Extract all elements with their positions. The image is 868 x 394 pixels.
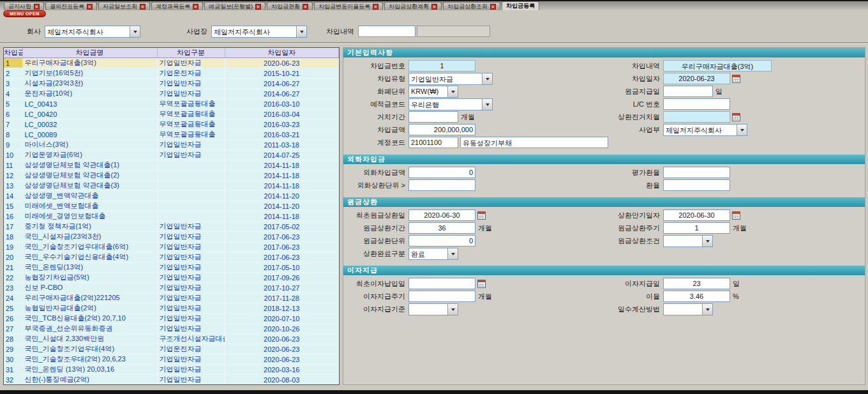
grid-row[interactable]: 2기업기보(16억5천)기업운전자금2015-10-21 bbox=[4, 68, 339, 79]
loan-no-field[interactable]: 1 bbox=[408, 60, 475, 72]
loan-amount-field[interactable]: 200,000,000 bbox=[408, 124, 475, 135]
chevron-down-icon[interactable] bbox=[737, 125, 747, 135]
deposit-code-select[interactable]: 우리은행 bbox=[408, 98, 493, 110]
chevron-down-icon[interactable] bbox=[702, 304, 712, 315]
tab-close-icon[interactable] bbox=[87, 4, 93, 10]
loan-desc-field[interactable]: 우리구매자금대출(3억) bbox=[663, 60, 772, 72]
grid-row[interactable]: 24우리구매자금대출(2억)221205기업일반자금2017-11-28 bbox=[4, 293, 339, 303]
loan-detail-input[interactable] bbox=[358, 26, 415, 37]
lc-number-field[interactable] bbox=[663, 98, 730, 110]
fx-amount-field[interactable]: 0 bbox=[408, 167, 475, 178]
tab-item[interactable]: 공지사항 bbox=[4, 2, 44, 10]
tab-close-icon[interactable] bbox=[193, 4, 198, 10]
chevron-down-icon[interactable] bbox=[482, 99, 492, 110]
col-header-loan-name[interactable]: 차입금명 bbox=[22, 48, 157, 58]
division-select[interactable]: 제일저지주식회사 bbox=[663, 124, 747, 136]
grid-row[interactable]: 25농협일반자금대출(2억)기업일반자금2018-12-13 bbox=[4, 303, 339, 314]
grid-row[interactable]: 13삼성생명단체보험 약관대출(3)2014-11-18 bbox=[4, 181, 339, 191]
exchange-rate-field[interactable] bbox=[663, 179, 730, 191]
currency-select[interactable]: KRW(₩) bbox=[408, 86, 458, 98]
grid-row[interactable]: 33농협USANCE무역포괄금융대출2020-01-01 bbox=[4, 385, 339, 386]
tab-close-icon[interactable] bbox=[303, 4, 308, 10]
grace-period-field[interactable] bbox=[408, 111, 458, 123]
principal-repay-period-field[interactable]: 36 bbox=[408, 222, 475, 234]
grid-row[interactable]: 31국민_온렌딩 (13억) 20,03,16기업일반자금2020-03-16 bbox=[4, 365, 339, 375]
calendar-icon[interactable] bbox=[477, 280, 486, 288]
tab-active[interactable]: 차입금등록 bbox=[502, 1, 539, 10]
grid-row[interactable]: 27부국증권_선순위유동화증권기업일반자금2020-10-26 bbox=[4, 324, 339, 334]
tab-close-icon[interactable] bbox=[140, 4, 146, 10]
grid-row[interactable]: 18국민_시설자금(23억3천)기업일반자금2017-06-23 bbox=[4, 232, 339, 242]
tab-close-icon[interactable] bbox=[431, 4, 437, 10]
interest-pay-day-field[interactable]: 23 bbox=[663, 278, 730, 289]
grid-row[interactable]: 26국민_TCB신용대출(2억) 20,7,10기업일반자금2020-07-10 bbox=[4, 314, 339, 324]
principal-repay-condition-select[interactable] bbox=[663, 235, 713, 247]
grid-row[interactable]: 11삼성생명단체보험 약관대출(1)2014-11-18 bbox=[4, 160, 339, 170]
first-interest-pay-date-field[interactable] bbox=[408, 278, 475, 289]
tab-close-icon[interactable] bbox=[490, 4, 496, 10]
grid-row[interactable]: 8LC_00089무역포괄금융대출2016-03-21 bbox=[4, 130, 339, 140]
grid-row[interactable]: 14삼성생명_변액약관대출2014-11-20 bbox=[4, 191, 339, 201]
calendar-icon[interactable] bbox=[732, 75, 740, 83]
grid-row[interactable]: 30국민_기술창조우대(2억) 20,6,23기업일반자금2020-06-23 bbox=[4, 354, 339, 365]
account-name-field[interactable]: 유동성장기부채 bbox=[460, 137, 608, 148]
tab-close-icon[interactable] bbox=[255, 4, 261, 10]
grid-row[interactable]: 3시설자금(23억3천)기업일반자금2014-06-27 bbox=[4, 79, 339, 89]
company-select[interactable]: 제일저지주식회사 bbox=[45, 26, 140, 38]
grid-row[interactable]: 5LC_00413무역포괄금융대출2016-03-10 bbox=[4, 99, 339, 109]
grid-row[interactable]: 20국민_우수기술기업신용대출(4억)기업일반자금2017-06-23 bbox=[4, 252, 339, 262]
pre-repay-month-field[interactable] bbox=[663, 111, 730, 123]
chevron-down-icon[interactable] bbox=[296, 26, 306, 37]
grid-row[interactable]: 21국민_온렌딩(13억)기업일반자금2017-05-10 bbox=[4, 262, 339, 273]
tab-item[interactable]: 차입금변동이율등록 bbox=[314, 2, 383, 10]
col-header-loan-code[interactable]: 차입금코드 bbox=[4, 48, 22, 58]
chevron-down-icon[interactable] bbox=[447, 248, 458, 259]
grid-row[interactable]: 29국민_기술창조기업우대(4억)기업운전자금2020-06-23 bbox=[4, 344, 339, 354]
menu-open-button[interactable]: MENU OPEN bbox=[3, 10, 46, 17]
eval-rate-field[interactable] bbox=[663, 167, 730, 178]
tab-item[interactable]: 예금일보(은행별) bbox=[204, 2, 266, 10]
grid-row[interactable]: 23신보 P-CBO기업일반자금2017-10-27 bbox=[4, 283, 339, 293]
grid-row[interactable]: 9마이너스(3억)기업일반자금2011-03-18 bbox=[4, 140, 339, 150]
calendar-icon[interactable] bbox=[732, 113, 740, 121]
interest-basis-select[interactable] bbox=[408, 303, 458, 315]
tab-item[interactable]: 자금일보조회 bbox=[98, 2, 150, 10]
grid-row[interactable]: 32신한(-)통장예금(2억)기업일반자금2020-08-03 bbox=[4, 375, 339, 385]
account-code-field[interactable]: 21001100 bbox=[408, 137, 458, 148]
tab-item[interactable]: 차입금상환계획 bbox=[384, 2, 442, 10]
grid-row[interactable]: 10기업운영자금(6억)기업일반자금2014-07-25 bbox=[4, 150, 339, 160]
calendar-icon[interactable] bbox=[477, 211, 486, 220]
col-header-loan-date[interactable]: 차입일자 bbox=[225, 48, 339, 58]
tab-close-icon[interactable] bbox=[34, 4, 40, 10]
grid-row[interactable]: 28국민_시설대 2,330백만원구조개선시설자금대출2020-06-23 bbox=[4, 334, 339, 344]
loan-type-select[interactable]: 기업일반자금 bbox=[408, 73, 493, 85]
tab-item[interactable]: 차입금현황 bbox=[267, 2, 313, 10]
chevron-down-icon[interactable] bbox=[130, 26, 140, 37]
tab-item[interactable]: 차입금상환조회 bbox=[443, 2, 500, 10]
maturity-date-field[interactable]: 2020-06-30 bbox=[663, 209, 730, 221]
grid-row[interactable]: 12삼성생명단체보험 약관대출(2)2014-11-18 bbox=[4, 170, 339, 181]
grid-row[interactable]: 1우리구매자금대출(3억)기업일반자금2020-06-23 bbox=[4, 58, 339, 68]
chevron-down-icon[interactable] bbox=[702, 236, 712, 246]
loan-date-field[interactable]: 2020-06-23 bbox=[663, 73, 730, 84]
calendar-icon[interactable] bbox=[732, 211, 740, 220]
day-count-method-select[interactable] bbox=[663, 303, 713, 315]
grid-row[interactable]: 17중기청 정책자금(1억)기업일반자금2017-05-02 bbox=[4, 222, 339, 232]
col-header-loan-type[interactable]: 차입구분 bbox=[157, 48, 225, 58]
tab-close-icon[interactable] bbox=[373, 4, 378, 10]
grid-row[interactable]: 7LC_00032무역포괄금융대출2016-03-23 bbox=[4, 119, 339, 130]
chevron-down-icon[interactable] bbox=[447, 304, 458, 315]
interest-rate-field[interactable]: 3.46 bbox=[663, 291, 730, 302]
grid-row[interactable]: 16미래에셋_경영인보험대출2014-11-18 bbox=[4, 211, 339, 222]
grid-row[interactable]: 15미래에셋_변액보험대출2014-11-20 bbox=[4, 201, 339, 211]
principal-pay-day-field[interactable] bbox=[663, 86, 713, 97]
tab-item[interactable]: 결의전표등록 bbox=[45, 2, 97, 10]
repay-complete-select[interactable]: 완료 bbox=[408, 248, 458, 260]
interest-pay-cycle-field[interactable] bbox=[408, 291, 475, 302]
first-principal-repay-date-field[interactable]: 2020-06-30 bbox=[408, 209, 475, 221]
grid-row[interactable]: 22농협장기차입금(5억)기업일반자금2017-09-26 bbox=[4, 273, 339, 283]
tab-item[interactable]: 계정과목등록 bbox=[151, 2, 203, 10]
chevron-down-icon[interactable] bbox=[482, 73, 492, 84]
workplace-select[interactable]: 제일저지주식회사 bbox=[211, 26, 307, 38]
grid-row[interactable]: 19국민_기술창조기업우대대출(6억)기업일반자금2017-06-23 bbox=[4, 242, 339, 252]
